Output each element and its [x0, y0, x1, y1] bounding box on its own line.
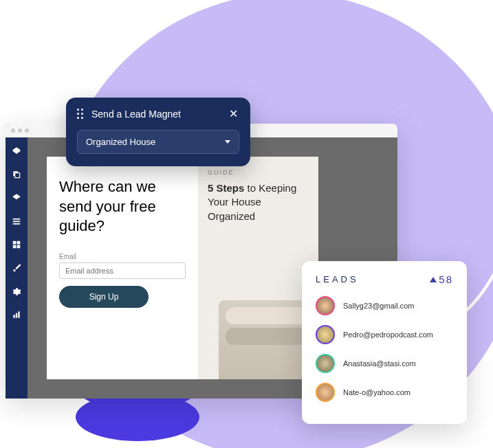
popup-title: Send a Lead Magnet — [91, 109, 219, 120]
copy-icon[interactable] — [11, 169, 22, 180]
lead-row[interactable]: Sallyg23@gmail.com — [316, 296, 453, 315]
drag-handle-icon[interactable] — [77, 109, 83, 119]
lead-email: Pedro@pedropodcast.com — [343, 331, 433, 339]
dropdown-value: Organized House — [86, 137, 155, 147]
leads-card: LEADS 58 Sallyg23@gmail.com Pedro@pedrop… — [302, 261, 467, 424]
window-dot — [25, 128, 29, 133]
chevron-down-icon — [225, 140, 230, 144]
svg-rect-4 — [13, 223, 21, 225]
layers2-icon[interactable] — [11, 192, 22, 203]
lead-magnet-popup: Send a Lead Magnet ✕ Organized House — [66, 98, 250, 166]
leads-count: 58 — [430, 273, 453, 285]
avatar — [316, 325, 335, 344]
lead-row[interactable]: Anastasia@stasi.com — [316, 354, 453, 373]
brush-icon[interactable] — [11, 262, 22, 273]
svg-rect-5 — [13, 241, 17, 245]
close-icon[interactable]: ✕ — [227, 107, 239, 120]
lead-row[interactable]: Pedro@pedropodcast.com — [316, 325, 453, 344]
email-label: Email — [59, 253, 186, 260]
guide-panel: GUIDE 5 Steps to Keeping Your House Orga… — [198, 157, 318, 379]
svg-rect-10 — [16, 313, 17, 318]
svg-rect-1 — [15, 173, 20, 178]
form-heading: Where can we send your free guide? — [59, 177, 186, 236]
guide-title: 5 Steps to Keeping Your House Organized — [208, 181, 309, 223]
svg-rect-9 — [13, 315, 14, 318]
grid-icon[interactable] — [11, 239, 22, 250]
form-panel: Where can we send your free guide? Email… — [47, 157, 198, 379]
leads-count-value: 58 — [439, 273, 453, 285]
svg-rect-6 — [17, 241, 21, 245]
leads-title: LEADS — [316, 274, 359, 284]
leads-header: LEADS 58 — [316, 273, 453, 285]
svg-rect-2 — [13, 219, 21, 220]
lead-row[interactable]: Nate-o@yahoo.com — [316, 383, 453, 402]
lead-email: Sallyg23@gmail.com — [343, 302, 415, 310]
avatar — [316, 354, 335, 373]
window-dot — [18, 128, 22, 133]
svg-rect-11 — [18, 311, 19, 317]
editor-sidebar — [6, 137, 28, 399]
avatar — [316, 383, 335, 402]
decor-blob-2 — [76, 393, 199, 441]
lead-email: Anastasia@stasi.com — [343, 359, 416, 368]
window-dot — [11, 128, 15, 133]
rows-icon[interactable] — [11, 216, 22, 227]
gear-icon[interactable] — [11, 286, 22, 297]
svg-rect-8 — [17, 245, 21, 249]
magnet-dropdown[interactable]: Organized House — [77, 130, 239, 154]
lead-email: Nate-o@yahoo.com — [343, 388, 410, 396]
popup-header: Send a Lead Magnet ✕ — [77, 107, 239, 120]
guide-eyebrow: GUIDE — [208, 169, 309, 176]
email-field[interactable] — [59, 262, 186, 279]
svg-rect-3 — [13, 221, 21, 222]
avatar — [316, 296, 335, 315]
signup-button[interactable]: Sign Up — [59, 286, 149, 308]
chart-icon[interactable] — [11, 309, 22, 320]
up-triangle-icon — [430, 277, 437, 282]
layers-icon[interactable] — [11, 146, 22, 157]
svg-rect-7 — [13, 245, 17, 249]
